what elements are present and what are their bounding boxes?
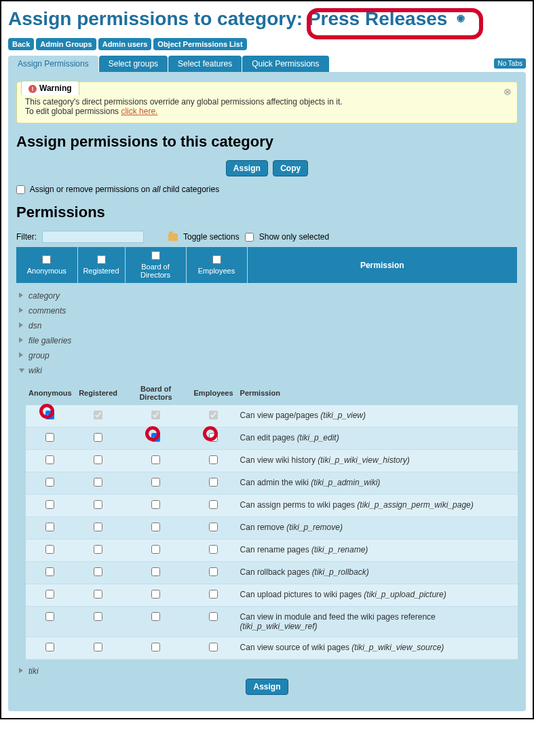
- perm-checkbox-bod[interactable]: [151, 643, 160, 651]
- tab-select-features[interactable]: Select features: [168, 56, 242, 72]
- nav-button-admin-users[interactable]: Admin users: [98, 38, 152, 50]
- perm-checkbox-anon[interactable]: [45, 612, 54, 621]
- perm-checkbox-anon[interactable]: [45, 455, 54, 464]
- wiki-permissions-table: AnonymousRegisteredBoard of DirectorsEmp…: [26, 381, 518, 660]
- perm-checkbox-anon[interactable]: [45, 590, 54, 599]
- warning-close-icon[interactable]: ⊗: [503, 86, 512, 97]
- nav-button-back[interactable]: Back: [8, 38, 34, 50]
- header-checkbox-employees[interactable]: [212, 255, 221, 264]
- section-comments[interactable]: comments: [16, 303, 518, 318]
- nav-button-object-permissions-list[interactable]: Object Permissions List: [153, 38, 246, 50]
- table-row: Can view source of wiki pages (tiki_p_wi…: [26, 637, 518, 660]
- perm-checkbox-bod: [151, 411, 160, 419]
- folder-icon[interactable]: [168, 233, 178, 241]
- child-categories-checkbox[interactable]: [16, 185, 25, 194]
- show-only-selected-checkbox[interactable]: [245, 233, 254, 242]
- perm-checkbox-anon[interactable]: [45, 500, 54, 509]
- section-category[interactable]: category: [16, 288, 518, 303]
- header-checkbox-board-of-directors[interactable]: [151, 251, 160, 260]
- assign-button-top[interactable]: Assign: [226, 160, 268, 176]
- perm-checkbox-bod[interactable]: [151, 545, 160, 554]
- perm-checkbox-bod[interactable]: [151, 590, 160, 599]
- section-tiki[interactable]: tiki: [16, 664, 518, 679]
- perm-checkbox-anon[interactable]: [45, 643, 54, 651]
- permissions-heading: Permissions: [16, 204, 518, 221]
- perm-checkbox-anon[interactable]: [45, 433, 54, 442]
- table-row: Can view page/pages (tiki_p_view): [26, 405, 518, 428]
- group-header-table: AnonymousRegisteredBoard of DirectorsEmp…: [16, 247, 518, 283]
- perm-checkbox-bod[interactable]: [151, 567, 160, 576]
- header-col-registered: Registered: [77, 247, 125, 283]
- header-col-anonymous: Anonymous: [16, 247, 77, 283]
- chevron-down-icon: [19, 368, 24, 373]
- tab-select-groups[interactable]: Select groups: [99, 56, 168, 72]
- perm-checkbox-emp[interactable]: [209, 612, 218, 621]
- perm-checkbox-emp[interactable]: [209, 643, 218, 651]
- perm-checkbox-bod[interactable]: [151, 455, 160, 464]
- tab-assign-permissions[interactable]: Assign Permissions: [8, 56, 98, 72]
- nav-button-admin-groups[interactable]: Admin Groups: [36, 38, 96, 50]
- help-icon[interactable]: ◉: [457, 12, 465, 23]
- wiki-th-permission: Permission: [237, 381, 518, 405]
- section-dsn[interactable]: dsn: [16, 318, 518, 333]
- section-group[interactable]: group: [16, 348, 518, 363]
- assign-button-bottom[interactable]: Assign: [246, 679, 288, 695]
- perm-checkbox-emp[interactable]: [209, 567, 218, 576]
- table-row: Can rename pages (tiki_p_rename): [26, 540, 518, 562]
- toggle-sections-link[interactable]: Toggle sections: [183, 232, 240, 242]
- perm-checkbox-reg[interactable]: [94, 567, 102, 576]
- table-row: Can upload pictures to wiki pages (tiki_…: [26, 584, 518, 607]
- warning-line2: To edit global permissions click here.: [25, 107, 509, 116]
- perm-checkbox-emp[interactable]: [209, 523, 218, 531]
- perm-description: Can edit pages (tiki_p_edit): [237, 428, 518, 450]
- perm-checkbox-bod[interactable]: [151, 478, 160, 487]
- perm-description: Can upload pictures to wiki pages (tiki_…: [237, 584, 518, 607]
- perm-checkbox-reg[interactable]: [94, 433, 102, 442]
- perm-description: Can rollback pages (tiki_p_rollback): [237, 562, 518, 584]
- no-tabs-button[interactable]: No Tabs: [494, 58, 526, 69]
- filter-input[interactable]: [42, 231, 144, 243]
- child-categories-row: Assign or remove permissions on all chil…: [16, 185, 518, 194]
- perm-checkbox-bod[interactable]: [151, 523, 160, 531]
- perm-checkbox-anon[interactable]: [45, 567, 54, 576]
- perm-checkbox-emp[interactable]: [209, 433, 218, 442]
- section-wiki[interactable]: wiki: [16, 363, 518, 378]
- perm-checkbox-reg[interactable]: [94, 455, 102, 464]
- table-row: Can edit pages (tiki_p_edit): [26, 428, 518, 450]
- wiki-th-employees: Employees: [190, 381, 237, 405]
- perm-checkbox-reg[interactable]: [94, 643, 102, 651]
- perm-checkbox-bod[interactable]: [151, 500, 160, 509]
- header-checkbox-anonymous[interactable]: [42, 255, 51, 264]
- table-row: Can view wiki history (tiki_p_wiki_view_…: [26, 450, 518, 472]
- perm-checkbox-reg[interactable]: [94, 590, 102, 599]
- perm-checkbox-anon[interactable]: [45, 545, 54, 554]
- perm-checkbox-reg[interactable]: [94, 500, 102, 509]
- perm-checkbox-emp[interactable]: [209, 500, 218, 509]
- perm-checkbox-reg[interactable]: [94, 523, 102, 531]
- perm-checkbox-reg[interactable]: [94, 545, 102, 554]
- perm-checkbox-emp[interactable]: [209, 478, 218, 487]
- copy-button[interactable]: Copy: [273, 160, 308, 176]
- warning-global-permissions-link[interactable]: click here.: [121, 107, 157, 116]
- perm-checkbox-bod[interactable]: [151, 612, 160, 621]
- warning-tab: !Warning: [21, 81, 79, 95]
- perm-checkbox-emp[interactable]: [209, 590, 218, 599]
- action-buttons-top: Assign Copy: [16, 160, 518, 176]
- perm-checkbox-emp[interactable]: [209, 545, 218, 554]
- action-buttons-bottom: Assign: [16, 679, 518, 695]
- perm-checkbox-reg[interactable]: [94, 612, 102, 621]
- chevron-right-icon: [19, 337, 23, 343]
- tab-quick-permissions[interactable]: Quick Permissions: [242, 56, 328, 72]
- perm-checkbox-anon[interactable]: [45, 478, 54, 487]
- header-checkbox-registered[interactable]: [97, 255, 106, 264]
- warning-line1: This category's direct permissions overr…: [25, 97, 509, 107]
- perm-checkbox-anon[interactable]: [45, 411, 54, 419]
- perm-checkbox-emp[interactable]: [209, 455, 218, 464]
- section-file-galleries[interactable]: file galleries: [16, 333, 518, 348]
- perm-checkbox-reg[interactable]: [94, 478, 102, 487]
- filter-row: Filter: Toggle sections Show only select…: [16, 231, 518, 243]
- perm-checkbox-bod[interactable]: [151, 433, 160, 442]
- show-only-selected-label: Show only selected: [259, 232, 329, 242]
- perm-checkbox-anon[interactable]: [45, 523, 54, 531]
- table-row: Can assign perms to wiki pages (tiki_p_a…: [26, 495, 518, 517]
